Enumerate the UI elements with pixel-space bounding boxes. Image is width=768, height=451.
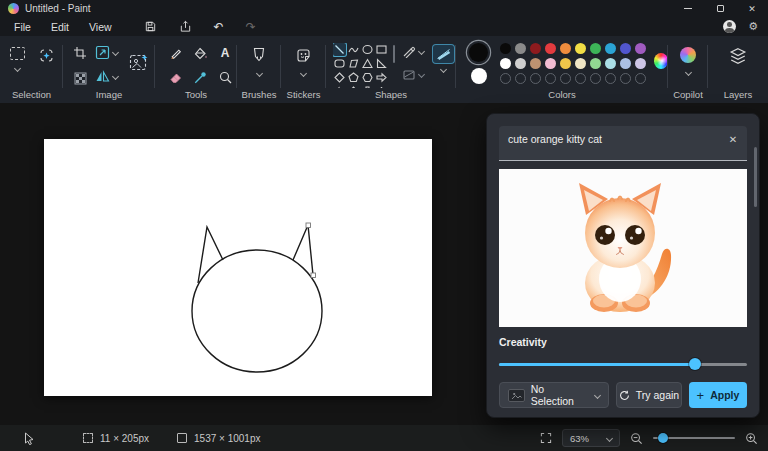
settings-gear-icon[interactable]: ⚙ <box>748 21 758 32</box>
minimize-button[interactable] <box>672 0 704 17</box>
shape-oval[interactable] <box>361 43 374 56</box>
palette-swatch[interactable] <box>545 43 556 54</box>
palette-swatch[interactable] <box>635 43 646 54</box>
palette-swatch[interactable] <box>515 58 526 69</box>
stickers-dropdown[interactable] <box>281 36 326 76</box>
magnifier-tool-button[interactable] <box>217 69 233 85</box>
fit-to-screen-button[interactable] <box>540 432 552 444</box>
prompt-input[interactable]: cute orange kitty cat ✕ <box>499 126 747 161</box>
try-again-button[interactable]: Try again <box>616 382 682 408</box>
rotate-flip-dropdown[interactable] <box>95 69 118 84</box>
shape-pentagon[interactable] <box>347 71 360 84</box>
drawing-canvas[interactable] <box>44 139 432 396</box>
panel-close-button[interactable]: ✕ <box>726 132 740 146</box>
close-button[interactable]: ✕ <box>736 0 768 17</box>
shape-curve[interactable] <box>347 43 360 56</box>
palette-swatch[interactable] <box>605 58 616 69</box>
selection-dropdown-button[interactable]: No Selection <box>499 382 609 408</box>
shape-rounded-rectangle[interactable] <box>333 57 346 70</box>
menu-view[interactable]: View <box>79 19 122 35</box>
select-tool-button[interactable] <box>10 47 25 60</box>
thickness-chevron-icon[interactable] <box>440 66 447 73</box>
palette-swatch[interactable] <box>620 43 631 54</box>
custom-color-slot[interactable] <box>605 73 616 84</box>
zoom-out-button[interactable] <box>630 432 643 445</box>
palette-swatch[interactable] <box>575 58 586 69</box>
shape-right-triangle[interactable] <box>375 57 388 70</box>
shape-line[interactable] <box>333 43 346 56</box>
shape-triangle[interactable] <box>361 57 374 70</box>
share-button[interactable] <box>179 20 192 33</box>
shape-arrow-up[interactable] <box>347 85 360 88</box>
custom-color-slot[interactable] <box>515 73 526 84</box>
shape-polygon[interactable] <box>347 57 360 70</box>
text-tool-button[interactable]: A <box>217 45 233 61</box>
shape-diamond[interactable] <box>333 71 346 84</box>
custom-color-slot[interactable] <box>635 73 646 84</box>
maximize-button[interactable] <box>704 0 736 17</box>
selection-handle[interactable] <box>306 223 311 228</box>
copilot-dropdown[interactable] <box>668 36 708 75</box>
transparency-button[interactable] <box>72 70 88 86</box>
shape-hexagon[interactable] <box>361 71 374 84</box>
edit-colors-wheel-icon[interactable] <box>654 53 668 69</box>
shape-outline-dropdown[interactable] <box>402 45 424 58</box>
select-dropdown-chevron-icon[interactable] <box>14 65 21 72</box>
generated-image-preview[interactable] <box>499 169 747 327</box>
undo-button[interactable]: ↶ <box>214 21 224 33</box>
custom-color-slot[interactable] <box>500 73 511 84</box>
save-button[interactable] <box>144 20 157 33</box>
custom-color-slot[interactable] <box>620 73 631 84</box>
apply-button[interactable]: + Apply <box>689 382 747 408</box>
zoom-slider[interactable] <box>653 433 735 443</box>
shape-star[interactable] <box>375 85 388 88</box>
color1-swatch[interactable] <box>469 43 488 62</box>
custom-color-slot[interactable] <box>545 73 556 84</box>
palette-swatch[interactable] <box>605 43 616 54</box>
zoom-slider-thumb[interactable] <box>658 433 668 443</box>
panel-scrollbar[interactable] <box>754 147 757 207</box>
palette-swatch[interactable] <box>635 58 646 69</box>
palette-swatch[interactable] <box>560 43 571 54</box>
pencil-tool-button[interactable] <box>167 45 183 61</box>
palette-swatch[interactable] <box>530 43 541 54</box>
palette-swatch[interactable] <box>500 43 511 54</box>
custom-color-slot[interactable] <box>560 73 571 84</box>
palette-swatch[interactable] <box>545 58 556 69</box>
palette-swatch[interactable] <box>590 58 601 69</box>
palette-swatch[interactable] <box>575 43 586 54</box>
palette-swatch[interactable] <box>500 58 511 69</box>
palette-swatch[interactable] <box>560 58 571 69</box>
color-picker-tool-button[interactable] <box>192 69 208 85</box>
shape-fill-dropdown[interactable] <box>402 68 424 81</box>
smart-select-button[interactable] <box>38 47 55 64</box>
shapes-scrollbar[interactable] <box>393 45 395 63</box>
selection-handle[interactable] <box>311 273 316 278</box>
menu-file[interactable]: File <box>4 19 41 35</box>
shape-arrow-down[interactable] <box>361 85 374 88</box>
line-thickness-button[interactable] <box>433 45 454 63</box>
resize-dropdown[interactable] <box>95 45 118 60</box>
fill-tool-button[interactable] <box>192 45 208 61</box>
custom-color-slot[interactable] <box>590 73 601 84</box>
menu-edit[interactable]: Edit <box>41 19 79 35</box>
creativity-slider[interactable] <box>499 358 747 370</box>
shape-arrow-right[interactable] <box>375 71 388 84</box>
palette-swatch[interactable] <box>590 43 601 54</box>
palette-swatch[interactable] <box>515 43 526 54</box>
custom-color-slot[interactable] <box>575 73 586 84</box>
color2-swatch[interactable] <box>471 68 487 84</box>
account-avatar[interactable] <box>723 20 736 33</box>
creativity-slider-thumb[interactable] <box>689 358 701 370</box>
crop-button[interactable] <box>72 45 88 61</box>
layers-button[interactable] <box>708 36 768 65</box>
zoom-in-button[interactable] <box>745 432 758 445</box>
redo-button[interactable]: ↷ <box>246 21 256 33</box>
custom-color-slot[interactable] <box>530 73 541 84</box>
eraser-tool-button[interactable] <box>167 69 183 85</box>
shape-arrow-left[interactable] <box>333 85 346 88</box>
brushes-dropdown[interactable] <box>237 36 281 76</box>
palette-swatch[interactable] <box>530 58 541 69</box>
zoom-level-dropdown[interactable]: 63% <box>562 429 620 447</box>
palette-swatch[interactable] <box>620 58 631 69</box>
